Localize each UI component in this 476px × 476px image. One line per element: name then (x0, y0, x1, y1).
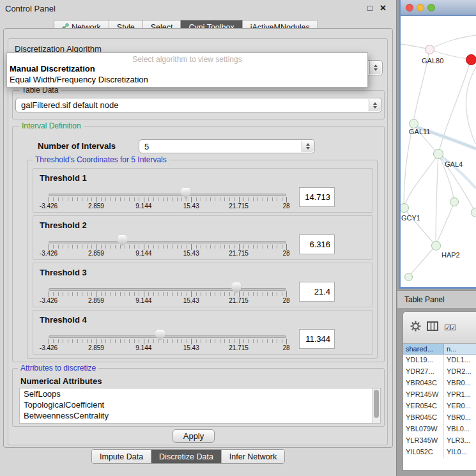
network-node[interactable] (450, 197, 459, 206)
stepper-icon[interactable] (369, 99, 381, 111)
slider-major-tick (191, 339, 192, 344)
slider-scale-label: 9.144 (135, 344, 151, 351)
table-cell[interactable]: YIL0... (444, 447, 476, 458)
stepper-icon[interactable] (302, 141, 314, 152)
table-cell[interactable]: YPR1... (444, 389, 476, 401)
network-node-gal80[interactable] (425, 45, 434, 54)
gear-icon[interactable] (410, 321, 421, 334)
arrow-down-icon (374, 68, 378, 71)
threshold-slider-track[interactable] (49, 288, 286, 291)
slider-major-tick (191, 244, 192, 250)
minimize-icon[interactable]: □ (367, 3, 372, 13)
slider-scale-label: -3.426 (40, 344, 58, 351)
tab-impute-data[interactable]: Impute Data (92, 450, 151, 463)
number-of-intervals-combobox[interactable]: 5 (139, 139, 315, 153)
table-cell[interactable]: YBR043C (403, 378, 444, 389)
table-cell[interactable]: YER0... (444, 401, 476, 412)
apply-button[interactable]: Apply (173, 429, 215, 443)
network-canvas[interactable]: GAL80GAL11GAL4GCY1HAP2 (401, 16, 476, 287)
slider-major-tick (191, 197, 192, 203)
close-traffic-light-icon[interactable] (406, 4, 413, 12)
table-cell[interactable]: YDL19... (403, 355, 444, 366)
table-cell[interactable]: YBR0... (444, 378, 476, 389)
threshold-slider-track[interactable] (49, 335, 286, 338)
slider-major-tick (96, 339, 96, 344)
threshold-label: Threshold 4 (40, 315, 87, 325)
threshold-value-field[interactable]: 21.4 (299, 282, 335, 302)
table-row[interactable]: YBR045C YBR0... (403, 412, 476, 424)
column-header-shared[interactable]: shared... (403, 344, 444, 354)
table-cell[interactable]: YDR27... (403, 366, 444, 378)
threshold-label: Threshold 3 (40, 268, 87, 277)
slider-ticks (49, 197, 287, 201)
table-cell[interactable]: YER054C (403, 401, 444, 412)
network-node-gcy1[interactable] (401, 203, 409, 213)
column-header-name[interactable]: n... (444, 344, 476, 354)
numerical-attributes-label: Numerical Attributes (20, 376, 102, 386)
slider-scale-label: 15.43 (183, 203, 199, 210)
stepper-icon[interactable] (369, 61, 381, 74)
network-window-titlebar[interactable] (401, 0, 476, 15)
table-cell[interactable]: YLR345W (403, 435, 444, 447)
table-row[interactable]: YBL079W YBL0... (403, 424, 476, 435)
dropdown-option-equal-width[interactable]: Equal Width/Frequency Discretization (7, 74, 367, 85)
threshold-slider-track[interactable] (49, 194, 286, 196)
tab-infer-network[interactable]: Infer Network (221, 450, 284, 463)
number-of-intervals-label: Number of Intervals (38, 141, 116, 151)
table-panel-strip: Table Panel (397, 290, 476, 309)
table-data-combobox[interactable]: galFiltered.sif default node (15, 98, 382, 112)
close-icon[interactable]: ✕ (380, 3, 387, 13)
table-cell[interactable]: YDL1... (444, 355, 476, 366)
minimize-traffic-light-icon[interactable] (417, 4, 424, 12)
network-node-gal11[interactable] (409, 119, 418, 128)
network-node[interactable] (471, 208, 476, 217)
scrollbar-thumb[interactable] (374, 390, 379, 418)
threshold-value-field[interactable]: 11.344 (299, 329, 335, 349)
table-row[interactable]: YDR27... YDR2... (403, 366, 476, 378)
threshold-value-field[interactable]: 6.316 (299, 234, 335, 254)
table-cell[interactable]: YBL079W (403, 424, 444, 435)
table-row[interactable]: YBR043C YBR0... (403, 378, 476, 389)
attribute-list-item[interactable]: SelfLoops (20, 388, 380, 399)
columns-icon[interactable] (427, 321, 438, 334)
table-cell[interactable]: YIL052C (403, 447, 444, 458)
table-cell[interactable]: YLR3... (444, 435, 476, 447)
table-row[interactable]: YER054C YER0... (403, 401, 476, 412)
network-node[interactable] (466, 54, 476, 65)
tab-label: Discretize Data (159, 452, 213, 461)
slider-major-tick (191, 291, 192, 297)
dropdown-option-manual-discretization[interactable]: Manual Discretization (7, 63, 367, 74)
attribute-list-item[interactable]: BetweennessCentrality (20, 410, 380, 421)
zoom-traffic-light-icon[interactable] (427, 4, 435, 12)
discretize-panel: Discretization Algorithm Select algorith… (8, 38, 388, 445)
scrollbar[interactable] (372, 388, 380, 423)
slider-scale-label: 21.715 (229, 344, 249, 351)
table-row[interactable]: YPR145W YPR1... (403, 389, 476, 401)
table-cell[interactable]: YBR045C (403, 412, 444, 424)
interval-definition-group: Interval Definition Number of Intervals … (12, 126, 385, 362)
slider-scale-label: 15.43 (183, 297, 199, 304)
slider-major-tick (144, 197, 144, 203)
select-rows-icon[interactable]: ☑☑ (444, 323, 456, 332)
table-cell[interactable]: YDR2... (444, 366, 476, 378)
slider-ticks (49, 292, 287, 296)
slider-major-tick (286, 339, 287, 344)
table-cell[interactable]: YBL0... (444, 424, 476, 435)
tab-discretize-data[interactable]: Discretize Data (151, 450, 221, 463)
slider-scale-label: 28 (282, 344, 289, 351)
network-node-gal4[interactable] (433, 149, 443, 159)
threshold-value-field[interactable]: 14.713 (299, 187, 335, 207)
attribute-list-item[interactable]: TopologicalCoefficient (20, 399, 380, 410)
slider-scale-label: 9.144 (135, 297, 151, 304)
slider-scale-label: 9.144 (135, 250, 151, 257)
table-row[interactable]: YIL052C YIL0... (403, 447, 476, 458)
slider-scale-label: 21.715 (229, 297, 249, 304)
algorithm-dropdown-list: Select algorithm to view settings Manual… (6, 52, 368, 88)
network-node[interactable] (404, 273, 413, 281)
table-row[interactable]: YDL19... YDL1... (403, 355, 476, 366)
table-row[interactable]: YLR345W YLR3... (403, 435, 476, 447)
network-node-hap2[interactable] (431, 241, 441, 250)
table-cell[interactable]: YBR0... (444, 412, 476, 424)
threshold-slider-track[interactable] (49, 241, 286, 243)
table-cell[interactable]: YPR145W (403, 389, 444, 401)
